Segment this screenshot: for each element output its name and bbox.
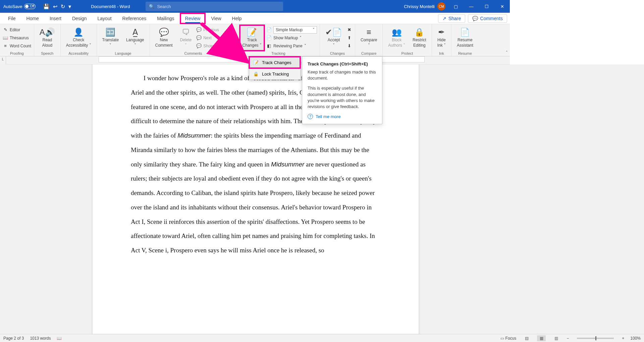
show-markup-button[interactable]: 📄Show Markup ˅: [266, 35, 317, 41]
language-button[interactable]: A̲ Language ˅: [123, 25, 147, 51]
new-comment-button[interactable]: 💬 New Comment: [153, 25, 175, 51]
group-label-ink: Ink: [432, 51, 451, 56]
previous-icon: 💬: [196, 27, 202, 33]
chevron-down-icon: ˅: [403, 43, 405, 48]
help-icon: ?: [308, 114, 313, 119]
user-avatar: CM: [437, 2, 445, 10]
redo-icon[interactable]: ↻: [61, 3, 65, 10]
show-comments-button[interactable]: 💬Show Comments: [196, 43, 234, 49]
chevron-down-icon: ˅: [260, 43, 262, 48]
markup-mode-combo[interactable]: 📄 Simple Markup˅: [266, 27, 317, 33]
resume-assistant-button[interactable]: 📄 Resume Assistant: [454, 25, 476, 51]
previous-change-button[interactable]: ⬆: [347, 35, 352, 41]
undo-icon[interactable]: ↩: [53, 3, 57, 10]
qat-customize-icon[interactable]: ▾: [68, 3, 71, 10]
track-changes-icon: 📝: [247, 28, 257, 37]
user-name: Chrissy Montelli: [404, 4, 435, 9]
search-box[interactable]: 🔍: [146, 2, 283, 11]
tab-file[interactable]: File: [3, 13, 21, 24]
word-count-icon: ≡: [3, 43, 8, 49]
share-icon: ↗: [442, 16, 446, 21]
group-label-proofing: Proofing: [0, 51, 34, 56]
title-bar: AutoSave Off 💾 ↩ ↻ ▾ Document48 - Word 🔍…: [0, 0, 510, 13]
group-protect: 👥 Block Authors ˅ 🔒 Restrict Editing Pro…: [383, 24, 432, 56]
group-label-resume: Resume: [451, 51, 479, 56]
block-authors-icon: 👥: [392, 28, 402, 37]
user-account[interactable]: Chrissy Montelli CM: [404, 2, 448, 10]
tab-mailings[interactable]: Mailings: [152, 13, 179, 24]
tab-design[interactable]: Design: [67, 13, 92, 24]
ribbon-display-icon[interactable]: ▢: [448, 0, 464, 13]
tab-review[interactable]: Review: [180, 13, 206, 24]
lock-icon: 🔒: [253, 71, 259, 77]
collapse-ribbon-icon[interactable]: ˄: [506, 50, 508, 55]
restrict-editing-icon: 🔒: [414, 28, 424, 37]
group-accessibility: 👤 Check Accessibility ˅ Accessibility: [61, 24, 97, 56]
share-button[interactable]: ↗Share: [438, 14, 465, 23]
tab-view[interactable]: View: [206, 13, 226, 24]
chevron-down-icon: ˅: [300, 36, 302, 40]
search-input[interactable]: [157, 4, 280, 9]
compare-icon: ≡: [367, 28, 371, 37]
ruler-gutter: L: [0, 56, 6, 64]
quick-access-toolbar: 💾 ↩ ↻ ▾: [39, 3, 75, 10]
next-comment-button[interactable]: 💬Next: [196, 35, 234, 41]
next-icon: 💬: [196, 35, 202, 41]
check-accessibility-button[interactable]: 👤 Check Accessibility ˅: [63, 25, 94, 51]
previous-comment-button[interactable]: 💬Previous: [196, 27, 234, 33]
autosave-toggle[interactable]: AutoSave Off: [0, 4, 39, 9]
group-label-speech: Speech: [34, 51, 60, 56]
track-changes-button[interactable]: 📝 Track Changes ˅: [240, 25, 264, 51]
ribbon: ✎Editor 📖Thesaurus ≡Word Count Proofing …: [0, 24, 510, 56]
editor-button[interactable]: ✎Editor: [3, 27, 31, 33]
group-label-language: Language: [97, 51, 150, 56]
read-aloud-button[interactable]: A🔊 Read Aloud: [37, 25, 58, 51]
save-icon[interactable]: 💾: [43, 3, 50, 10]
accessibility-icon: 👤: [73, 28, 84, 37]
tab-references[interactable]: References: [117, 13, 152, 24]
tab-help[interactable]: Help: [227, 13, 247, 24]
group-speech: A🔊 Read Aloud Speech: [34, 24, 61, 56]
delete-comment-button[interactable]: 🗨 Delete ˅: [177, 25, 195, 51]
chevron-down-icon: ˅: [134, 43, 136, 48]
maximize-icon[interactable]: ☐: [479, 0, 494, 13]
word-count-button[interactable]: ≡Word Count: [3, 43, 31, 49]
reviewing-pane-button[interactable]: ◧Reviewing Pane ˅: [266, 43, 317, 49]
translate-button[interactable]: 🈁 Translate ˅: [100, 25, 122, 51]
compare-button[interactable]: ≡ Compare ˅: [358, 25, 380, 51]
tab-layout[interactable]: Layout: [92, 13, 117, 24]
group-label-accessibility: Accessibility: [61, 51, 97, 56]
chevron-down-icon: ˅: [304, 44, 306, 48]
restrict-editing-button[interactable]: 🔒 Restrict Editing: [410, 25, 429, 51]
search-icon: 🔍: [149, 4, 154, 9]
dropdown-item-track-changes[interactable]: 📝 Track Changes: [249, 57, 300, 68]
tab-home[interactable]: Home: [21, 13, 44, 24]
minimize-icon[interactable]: —: [464, 0, 479, 13]
tell-me-more-link[interactable]: ? Tell me more: [308, 114, 377, 119]
group-resume: 📄 Resume Assistant Resume: [451, 24, 479, 56]
hide-ink-button[interactable]: ✒ Hide Ink ˅: [435, 25, 448, 51]
reject-button[interactable]: ✖: [347, 27, 352, 33]
next-change-button[interactable]: ⬇: [347, 43, 352, 49]
toggle-switch-icon: Off: [24, 4, 36, 9]
group-comments: 💬 New Comment 🗨 Delete ˅ 💬Previous 💬Next…: [150, 24, 237, 56]
group-ink: ✒ Hide Ink ˅ Ink: [432, 24, 451, 56]
accept-button[interactable]: ✔📄 Accept ˅: [323, 25, 345, 51]
group-label-protect: Protect: [383, 51, 431, 56]
group-changes: ✔📄 Accept ˅ ✖ ⬆ ⬇ Changes: [320, 24, 355, 56]
block-authors-button[interactable]: 👥 Block Authors ˅: [385, 25, 408, 51]
thesaurus-button[interactable]: 📖Thesaurus: [3, 35, 31, 41]
track-changes-dropdown: 📝 Track Changes 🔒 Lock Tracking: [249, 56, 301, 80]
chevron-down-icon: ˅: [89, 43, 91, 48]
group-tracking: 📝 Track Changes ˅ 📄 Simple Markup˅ 📄Show…: [237, 24, 320, 56]
close-icon[interactable]: ✕: [494, 0, 510, 13]
tab-insert[interactable]: Insert: [44, 13, 67, 24]
language-icon: A̲: [132, 28, 138, 37]
comment-icon: 💬: [472, 16, 478, 21]
comments-button[interactable]: 💬Comments: [468, 14, 507, 23]
document-area[interactable]: I wonder how Prospero's role as a kind o…: [0, 64, 510, 271]
dropdown-item-lock-tracking[interactable]: 🔒 Lock Tracking: [249, 68, 300, 80]
tooltip-title: Track Changes (Ctrl+Shift+E): [308, 61, 377, 66]
group-label-comments: Comments: [150, 51, 237, 56]
editor-icon: ✎: [3, 27, 8, 33]
